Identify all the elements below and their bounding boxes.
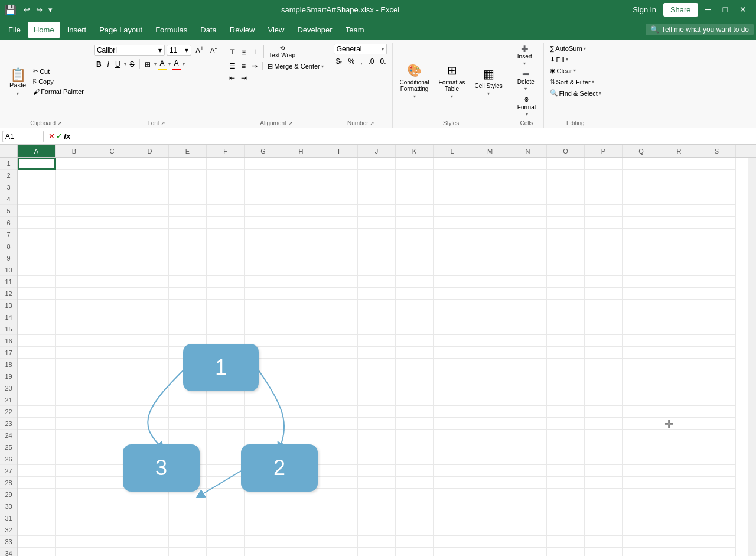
cell-R21[interactable] — [660, 394, 698, 406]
cell-G3[interactable] — [245, 181, 282, 193]
cell-P26[interactable] — [585, 453, 623, 465]
row-num-21[interactable]: 21 — [0, 394, 17, 406]
cell-B7[interactable] — [56, 229, 93, 240]
menu-review[interactable]: Review — [224, 22, 261, 38]
cell-I27[interactable] — [320, 465, 358, 477]
cell-F12[interactable] — [207, 288, 245, 300]
format-dropdown[interactable]: ▾ — [526, 112, 528, 117]
row-num-18[interactable]: 18 — [0, 359, 17, 370]
cell-S2[interactable] — [698, 170, 736, 181]
cell-C7[interactable] — [93, 229, 131, 240]
cell-L11[interactable] — [434, 276, 471, 288]
cell-E28[interactable] — [169, 477, 207, 489]
row-num-10[interactable]: 10 — [0, 264, 17, 276]
cell-J33[interactable] — [358, 536, 396, 548]
cell-D18[interactable] — [131, 359, 169, 370]
cell-E23[interactable] — [169, 418, 207, 430]
cell-P10[interactable] — [585, 264, 623, 276]
cell-A1[interactable] — [18, 158, 56, 170]
cell-K23[interactable] — [396, 418, 434, 430]
cell-F3[interactable] — [207, 181, 245, 193]
cell-S4[interactable] — [698, 193, 736, 205]
cell-Q20[interactable] — [623, 382, 660, 394]
cell-A31[interactable] — [18, 512, 56, 524]
cell-Q9[interactable] — [623, 252, 660, 264]
cell-H9[interactable] — [282, 252, 320, 264]
cell-M10[interactable] — [471, 264, 509, 276]
cell-J2[interactable] — [358, 170, 396, 181]
cell-K20[interactable] — [396, 382, 434, 394]
tell-me-search[interactable]: 🔍 Tell me what you want to do — [646, 24, 754, 35]
fill-dropdown[interactable]: ▾ — [566, 57, 568, 62]
cell-S28[interactable] — [698, 477, 736, 489]
cell-I28[interactable] — [320, 477, 358, 489]
cell-N30[interactable] — [509, 500, 547, 512]
cell-I20[interactable] — [320, 382, 358, 394]
cell-F6[interactable] — [207, 217, 245, 229]
col-header-E[interactable]: E — [169, 145, 207, 158]
cell-K8[interactable] — [396, 240, 434, 252]
cell-O20[interactable] — [547, 382, 585, 394]
cell-N27[interactable] — [509, 465, 547, 477]
cell-J8[interactable] — [358, 240, 396, 252]
row-num-24[interactable]: 24 — [0, 430, 17, 441]
cell-N33[interactable] — [509, 536, 547, 548]
cell-G31[interactable] — [245, 512, 282, 524]
cell-O5[interactable] — [547, 205, 585, 217]
cell-I11[interactable] — [320, 276, 358, 288]
cell-D21[interactable] — [131, 394, 169, 406]
font-name-dropdown[interactable]: ▾ — [158, 46, 162, 54]
cell-F31[interactable] — [207, 512, 245, 524]
cell-H22[interactable] — [282, 406, 320, 418]
cell-H17[interactable] — [282, 347, 320, 359]
cell-G28[interactable] — [245, 477, 282, 489]
cell-S15[interactable] — [698, 323, 736, 335]
cell-J15[interactable] — [358, 323, 396, 335]
cell-C27[interactable] — [93, 465, 131, 477]
cell-M15[interactable] — [471, 323, 509, 335]
row-num-25[interactable]: 25 — [0, 441, 17, 453]
cell-E30[interactable] — [169, 500, 207, 512]
cell-N16[interactable] — [509, 335, 547, 347]
cell-P23[interactable] — [585, 418, 623, 430]
cell-E15[interactable] — [169, 323, 207, 335]
italic-button[interactable]: I — [105, 59, 112, 70]
cell-I12[interactable] — [320, 288, 358, 300]
paste-dropdown[interactable]: ▾ — [17, 91, 19, 96]
cell-D6[interactable] — [131, 217, 169, 229]
cell-H33[interactable] — [282, 536, 320, 548]
font-dialog-launcher[interactable]: ↗ — [161, 121, 165, 126]
cell-N11[interactable] — [509, 276, 547, 288]
cell-I10[interactable] — [320, 264, 358, 276]
cell-N21[interactable] — [509, 394, 547, 406]
cell-C24[interactable] — [93, 430, 131, 441]
cell-K34[interactable] — [396, 548, 434, 556]
cell-N14[interactable] — [509, 311, 547, 323]
cell-O13[interactable] — [547, 300, 585, 311]
fill-button[interactable]: ⬇ Fill ▾ — [548, 54, 571, 64]
cell-N22[interactable] — [509, 406, 547, 418]
cell-K21[interactable] — [396, 394, 434, 406]
cell-Q30[interactable] — [623, 500, 660, 512]
cell-D9[interactable] — [131, 252, 169, 264]
cell-B29[interactable] — [56, 489, 93, 500]
cell-A14[interactable] — [18, 311, 56, 323]
cell-D3[interactable] — [131, 181, 169, 193]
cell-L29[interactable] — [434, 489, 471, 500]
cell-A7[interactable] — [18, 229, 56, 240]
cell-H6[interactable] — [282, 217, 320, 229]
cell-C17[interactable] — [93, 347, 131, 359]
currency-dropdown[interactable]: ▾ — [340, 60, 342, 65]
cell-C13[interactable] — [93, 300, 131, 311]
cell-H2[interactable] — [282, 170, 320, 181]
cell-D32[interactable] — [131, 524, 169, 536]
cell-B1[interactable] — [56, 158, 93, 170]
cell-P1[interactable] — [585, 158, 623, 170]
col-header-Q[interactable]: Q — [623, 145, 660, 158]
cell-O8[interactable] — [547, 240, 585, 252]
cell-O14[interactable] — [547, 311, 585, 323]
cell-A21[interactable] — [18, 394, 56, 406]
cell-O17[interactable] — [547, 347, 585, 359]
cell-S9[interactable] — [698, 252, 736, 264]
cell-L12[interactable] — [434, 288, 471, 300]
